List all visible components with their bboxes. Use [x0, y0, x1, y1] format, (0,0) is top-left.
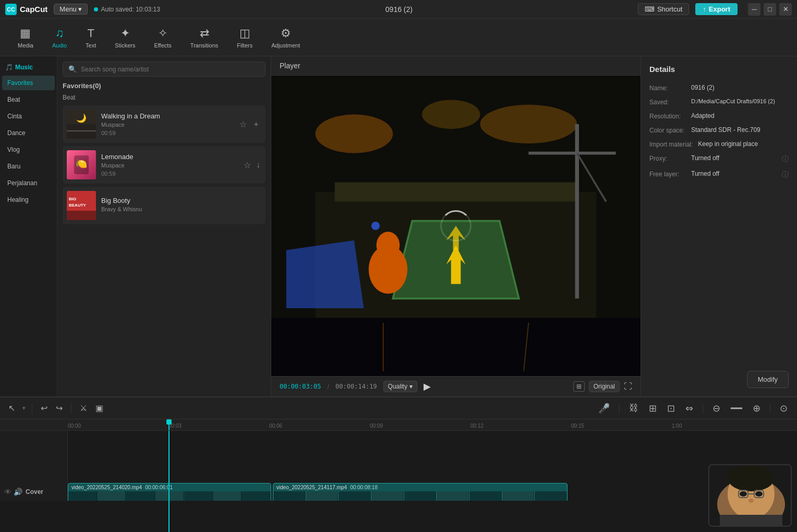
detail-colorspace-label: Color space:	[649, 126, 686, 134]
track-actions-1: ☆ ＋	[238, 118, 261, 131]
proxy-info-icon[interactable]: ⓘ	[782, 154, 789, 164]
music-content-area: 🔍 Favorites(0) Beat 🌙	[57, 56, 271, 396]
shortcut-icon: ⌨	[645, 5, 655, 13]
shortcut-button[interactable]: ⌨ Shortcut	[638, 3, 689, 15]
track-item-2[interactable]: 🍋 Lemonade Muspace 00:59 ☆ ↓	[63, 146, 265, 184]
select-tool-button[interactable]: ↖	[6, 401, 17, 415]
toolbar-separator-2	[71, 403, 71, 414]
app-name: CapCut	[20, 5, 47, 14]
detail-resolution-label: Resolution:	[649, 112, 686, 120]
svg-point-15	[422, 100, 480, 129]
track-title-1: Walking in a Dream	[101, 112, 233, 120]
track-icons: 👁 🔊	[4, 488, 22, 496]
music-panel: 🎵 Music Favorites Beat Cinta Dance Vlog …	[0, 56, 271, 396]
undo-button[interactable]: ↩	[39, 401, 50, 415]
track-inner: video_20220525_214020.mp4 00:00:06:01	[68, 483, 797, 501]
redo-button[interactable]: ↪	[54, 401, 65, 415]
adjustment-label: Adjustment	[271, 42, 300, 49]
toolbar-media[interactable]: ▦ Media	[10, 22, 41, 53]
fit-button[interactable]: ⊙	[777, 401, 791, 416]
detail-name-value: 0916 (2)	[691, 84, 789, 91]
sidebar-item-favorites[interactable]: Favorites	[2, 76, 55, 90]
sidebar-item-vlog[interactable]: Vlog	[2, 142, 55, 157]
track-info-1: Walking in a Dream Muspace 00:59	[101, 112, 233, 136]
link-clips-button[interactable]: ⛓	[626, 401, 642, 416]
toolbar-effects[interactable]: ✧ Effects	[147, 22, 178, 53]
stickers-label: Stickers	[115, 42, 135, 49]
split-button[interactable]: ⚔	[78, 401, 89, 415]
export-button[interactable]: ↑ Export	[695, 3, 738, 15]
export-icon: ↑	[703, 5, 706, 13]
svg-text:BIG: BIG	[69, 197, 76, 201]
detail-freelayer-label: Free layer:	[649, 170, 686, 178]
svg-point-34	[728, 465, 775, 491]
music-section-header: 🎵 Music	[0, 61, 57, 74]
menu-button[interactable]: Menu ▾	[54, 4, 88, 15]
media-icon: ▦	[20, 27, 31, 40]
svg-rect-3	[67, 130, 96, 131]
sidebar-item-cinta[interactable]: Cinta	[2, 109, 55, 124]
toolbar-transitions[interactable]: ⇄ Transitions	[183, 22, 225, 53]
maximize-button[interactable]: □	[764, 3, 776, 16]
ruler-playhead	[168, 419, 170, 430]
detail-resolution-value: Adapted	[691, 112, 789, 119]
play-button[interactable]: ▶	[424, 381, 431, 392]
detach-button[interactable]: ⊡	[664, 401, 678, 416]
text-label: Text	[86, 42, 96, 49]
export-label: Export	[709, 5, 730, 13]
track-duration-2: 00:59	[101, 171, 237, 177]
sidebar-item-baru[interactable]: Baru	[2, 159, 55, 174]
sidebar-item-healing[interactable]: Healing	[2, 192, 55, 207]
zoom-slider[interactable]: ━━	[728, 401, 745, 416]
toolbar-adjustment[interactable]: ⚙ Adjustment	[264, 22, 307, 53]
clip-1-thumbnails	[68, 491, 271, 501]
toolbar-stickers[interactable]: ✦ Stickers	[107, 22, 142, 53]
close-button[interactable]: ✕	[779, 3, 792, 16]
track-favorite-btn-1[interactable]: ☆	[238, 118, 248, 131]
toolbar-separator-1	[32, 403, 32, 414]
track-artist-3: Bravy & Whisnu	[101, 206, 261, 212]
crop-button[interactable]: ▣	[93, 401, 105, 415]
toolbar-filters[interactable]: ◫ Filters	[230, 22, 260, 53]
minimize-button[interactable]: ─	[748, 3, 760, 16]
autosave-dot-icon	[94, 7, 98, 11]
track-artist-1: Muspace	[101, 122, 233, 128]
original-button[interactable]: Original	[589, 381, 620, 392]
track-add-btn-1[interactable]: ＋	[251, 118, 261, 131]
audio-label: Audio	[52, 42, 67, 49]
sidebar-item-beat[interactable]: Beat	[2, 92, 55, 107]
effects-icon: ✧	[158, 27, 167, 40]
track-audio-icon[interactable]: 🔊	[14, 488, 22, 496]
fullscreen-button[interactable]: ⛶	[624, 382, 632, 391]
video-clip-2[interactable]: video_20220525_214117.mp4 00:00:08:18	[273, 483, 567, 501]
video-clip-1[interactable]: video_20220525_214020.mp4 00:00:06:01	[68, 483, 271, 501]
favorites-header: Favorites(0)	[63, 82, 265, 90]
empty-track-label	[0, 431, 68, 483]
timeline-bottom-area	[0, 501, 797, 532]
track-info-3: Big Booty Bravy & Whisnu	[101, 197, 261, 214]
ripple-button[interactable]: ⇔	[682, 401, 696, 416]
modify-button[interactable]: Modify	[747, 371, 789, 388]
track-download-btn-2[interactable]: ↓	[255, 159, 261, 171]
empty-track-inner	[68, 431, 797, 483]
toolbar-text[interactable]: T Text	[78, 22, 103, 53]
zoom-out-button[interactable]: ⊖	[709, 401, 723, 416]
player-header: Player	[271, 56, 641, 76]
toolbar-audio[interactable]: ♫ Audio	[45, 22, 74, 53]
sidebar-item-perjalanan[interactable]: Perjalanan	[2, 176, 55, 190]
detail-freelayer-row: Free layer: Turned off ⓘ	[649, 170, 789, 179]
svg-text:🍋: 🍋	[76, 158, 88, 170]
mic-button[interactable]: 🎤	[595, 401, 613, 416]
track-item-3[interactable]: BIG BEAUTY Big Booty Bravy & Whisnu	[63, 187, 265, 224]
search-input[interactable]	[81, 66, 260, 73]
track-visibility-icon[interactable]: 👁	[4, 488, 11, 496]
quality-button[interactable]: Quality ▾	[383, 381, 417, 392]
magnetic-button[interactable]: ⊞	[646, 401, 660, 416]
effects-label: Effects	[154, 42, 171, 49]
track-favorite-btn-2[interactable]: ☆	[243, 159, 252, 171]
track-item-1[interactable]: 🌙 Walking in a Dream Muspace 00:59 ☆ ＋	[63, 105, 265, 143]
zoom-in-button[interactable]: ⊕	[750, 401, 764, 416]
freelayer-info-icon[interactable]: ⓘ	[782, 170, 789, 179]
search-bar[interactable]: 🔍	[63, 62, 265, 77]
sidebar-item-dance[interactable]: Dance	[2, 126, 55, 140]
